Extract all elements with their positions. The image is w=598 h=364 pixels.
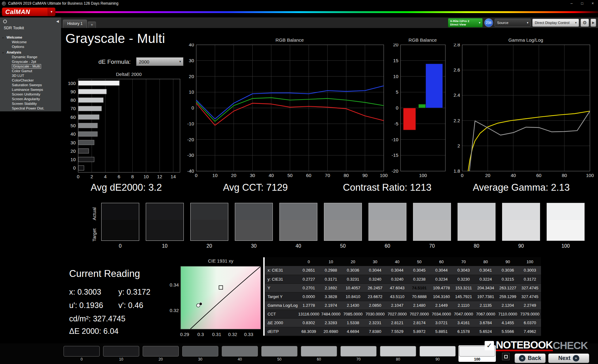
sidebar-item-3d-lut[interactable]: 3D LUT [0,73,61,78]
tab-history-1-label: History 1 [67,21,83,26]
pattern-level-button-90[interactable]: 90 [419,345,456,362]
meter-name-line1: X-Rite i1Pro 2 [450,19,477,23]
pattern-icon [504,355,508,358]
pattern-level-button-10[interactable]: 10 [102,345,140,362]
maximize-button[interactable]: □ [577,0,587,7]
table-cell: 0.3044 [386,266,408,275]
table-cell: 197.7381 [475,292,497,301]
sidebar-item-welcome[interactable]: Welcome [0,40,61,44]
pattern-swatch [143,346,179,357]
sidebar-item-spectral-power-dist[interactable]: Spectral Power Dist. [0,106,61,111]
sidebar-item-screen-uniformity[interactable]: Screen Uniformity [0,92,61,97]
rgb-balance-line-chart: RGB Balance 0102030405060708090100403020… [182,37,388,180]
minimize-button[interactable]: – [566,0,577,7]
swatch-level-label: 90 [502,243,540,249]
pattern-swatch [420,346,456,357]
calman-logo-menu[interactable]: CalMAN ▼ [2,7,55,16]
sidebar-section-analysis[interactable]: ▸Analysis [0,50,61,55]
pattern-level-button-40[interactable]: 40 [221,345,259,362]
table-cell: 6.0370 [519,318,541,327]
pattern-window-button[interactable] [502,353,510,360]
check-icon: ✓ [485,341,494,350]
de-formula-value: 2000 [136,59,177,64]
pattern-level-label: 30 [182,357,218,362]
meter-select-button[interactable]: X-Rite i1Pro 2 Direct View ▼ [448,18,483,27]
grayscale-swatch-100: 100 [547,203,585,249]
table-cell: 7110.0000 [497,310,519,318]
table-cell: 4.6694 [342,327,364,336]
close-button[interactable]: × [587,0,598,7]
sidebar-item-colorchecker[interactable]: ColorChecker [0,78,61,83]
grayscale-swatch-40: 40 [279,203,317,249]
display-control-button[interactable]: Direct Display Control ▼ [532,19,579,27]
table-cell: 0.3238 [408,275,430,283]
panel-arrow-button[interactable]: ▶ [591,19,596,27]
rgb-balance-bar-chart-title: RGB Balance [401,37,445,44]
svg-text:30: 30 [70,140,76,145]
swatch-actual-target-box [235,203,273,241]
table-cell: 20.6980 [320,327,342,336]
sidebar-item-grayscale-2pt[interactable]: Grayscale - 2pt [0,59,61,64]
sidebar-item-saturation-sweeps[interactable]: Saturation Sweeps [0,83,61,87]
svg-text:4: 4 [104,174,107,179]
table-col-header-70: 70 [453,257,475,266]
sidebar-item-dynamic-range[interactable]: Dynamic Range [0,55,61,59]
table-cell: 1.2778 [298,301,320,310]
pattern-level-button-70[interactable]: 70 [340,345,377,362]
swatch-actual-target-box [502,203,540,241]
table-cell: 7067.0000 [475,310,497,318]
table-cell: 3.0721 [430,318,453,327]
tab-history-1[interactable]: History 1 [63,20,87,28]
sidebar-item-color-gamut[interactable]: Color Gamut [0,69,61,73]
table-corner-cell [265,257,298,266]
table-cell: 104.3160 [430,292,453,301]
de-formula-select[interactable]: 2000 ▼ [136,57,183,66]
sidebar-item-screen-angularity[interactable]: Screen Angularity [0,97,61,101]
current-reading-title: Current Reading [69,268,140,279]
reading-u-prime: u': 0.1936 [69,301,103,310]
pattern-level-button-50[interactable]: 50 [261,345,298,362]
swatch-level-label: 100 [547,243,585,249]
table-cell: 2.8121 [386,318,408,327]
pattern-level-button-20[interactable]: 20 [142,345,179,362]
pattern-level-label: 40 [222,357,258,362]
sidebar-section-welcome[interactable]: ▸Welcome [0,35,61,40]
svg-text:15: 15 [393,58,398,63]
table-cell: 0.3230 [453,275,475,283]
sidebar-item-grayscale-multi[interactable]: Grayscale - Multi [0,64,61,69]
swatch-level-label: 40 [279,243,317,249]
page-title: Grayscale - Multi [65,31,165,46]
add-tab-button[interactable]: + [88,21,96,28]
pattern-level-button-60[interactable]: 60 [300,345,338,362]
svg-text:50: 50 [287,173,293,178]
svg-text:70: 70 [325,173,330,178]
source-select-button[interactable]: Source ▼ [495,19,531,27]
gamma-chart: Gamma Log/Log 0204060801002.82.62.42.221… [447,37,595,180]
table-cell: 0.2701 [298,283,320,292]
pattern-level-button-0[interactable]: 0 [63,345,100,362]
table-col-header-80: 80 [475,257,497,266]
window-controls: – □ × [566,0,598,7]
svg-text:-5: -5 [394,121,398,126]
workflow-circle-button[interactable] [3,20,7,23]
sidebar-collapse-button[interactable]: ◀ [56,19,59,23]
pattern-level-button-30[interactable]: 30 [182,345,219,362]
sidebar-item-options[interactable]: Options [0,44,61,49]
svg-text:2: 2 [90,174,93,179]
table-cell: 0.3043 [453,266,475,275]
sidebar-item-screen-stability[interactable]: Screen Stability [0,101,61,106]
settings-gear-button[interactable]: ⚙ [581,19,589,27]
pattern-level-label: 70 [340,357,377,362]
reading-v-prime: v': 0.46 [118,301,143,310]
table-cell: 1.5338 [342,318,364,327]
swatch-level-label: 60 [368,243,406,249]
next-button[interactable]: Next » [548,353,589,363]
back-button[interactable]: « Back [515,353,546,363]
grayscale-swatch-10: 10 [146,203,184,249]
table-cell: 3.6784 [475,318,497,327]
notebookcheck-watermark: ✓ NOTEBOOK CHECK [485,340,588,352]
rgb-balance-bar-chart: RGB Balance 20151050-5-10-15-20100 [386,37,448,180]
svg-text:10: 10 [212,173,218,178]
sidebar-item-luminance-sweeps[interactable]: Luminance Sweeps [0,87,61,92]
pattern-level-button-80[interactable]: 80 [379,345,417,362]
